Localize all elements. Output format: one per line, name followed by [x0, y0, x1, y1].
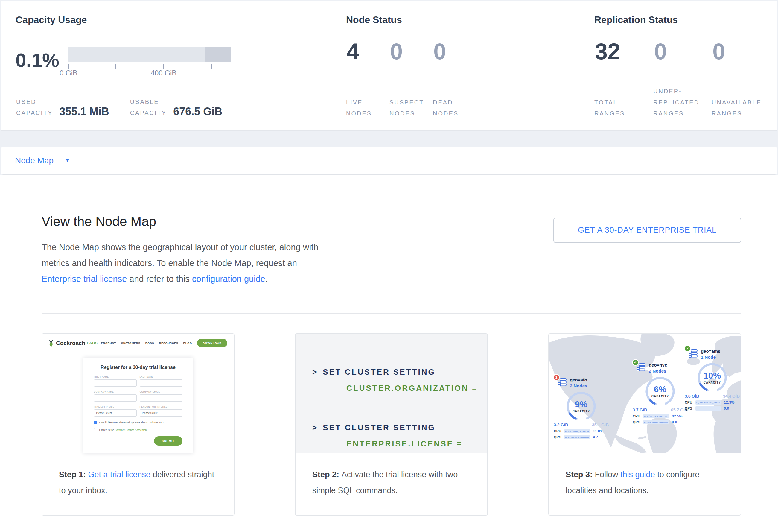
intro-paragraph: The Node Map shows the geographical layo… [42, 239, 326, 287]
step2-card: >SET CLUSTER SETTING CLUSTER.ORGANIZATIO… [295, 333, 488, 516]
trial-license-form: Register for a 30-day trial license FIRS… [83, 358, 193, 453]
gauge-text: 6% CAPACITY [644, 376, 676, 407]
gauge-text: 10% CAPACITY [697, 362, 728, 393]
intro-text-1: The Node Map shows the geographical layo… [42, 242, 318, 268]
used-capacity: 3.2 GiB [554, 423, 568, 427]
locality-name: geo=nyc [649, 362, 667, 368]
text-input [140, 394, 182, 401]
capacity-percent: 9% [575, 400, 588, 409]
node-map-dropdown[interactable]: Node Map ▼ [1, 147, 777, 175]
locality-name: geo=ams [701, 348, 720, 354]
cpu-value: 12.3% [724, 400, 734, 404]
capacity-usage-chart: 0.1% 0 GiB 400 GiB [15, 47, 231, 77]
cpu-value: 42.5% [672, 414, 682, 418]
page-title: View the Node Map [42, 214, 156, 229]
capacity-gauge: 9% CAPACITY [566, 391, 597, 422]
this-guide-link[interactable]: this guide [620, 470, 655, 479]
map-cluster-nyc: ✓ geo=nyc [632, 362, 692, 424]
cluster-overview-page: Capacity Usage 0.1% [0, 0, 778, 532]
total-ranges-value: 32 [595, 40, 620, 63]
tick-label-0gib: 0 GiB [60, 69, 77, 77]
field-label: FIRST NAME [94, 376, 137, 378]
sql-statement: SET CLUSTER SETTING [323, 423, 435, 432]
locality-name: geo=sfo [570, 377, 587, 383]
nav-customers: CUSTOMERS [121, 341, 140, 345]
cpu-row: CPU 11.0% [553, 429, 613, 433]
sql-prompt: > [312, 367, 318, 376]
form-fields-grid: FIRST NAME LAST NAME COMPANY NAME [94, 376, 182, 416]
cockroach-labs-logo: Cockroach LABS [48, 339, 98, 347]
unavailable-ranges-value: 0 [712, 40, 725, 63]
field-label: LAST NAME [140, 376, 182, 378]
step3-text-pre: Follow [595, 470, 621, 479]
dead-nodes-value: 0 [434, 40, 446, 63]
nav-blog: BLOG [183, 341, 192, 345]
checkbox2-label: I agree to the Software License Agreemen… [99, 429, 148, 432]
cockroach-labs-site-thumbnail: Cockroach LABS PRODUCT CUSTOMERS DOCS RE… [42, 334, 234, 460]
gauge-text: 9% CAPACITY [566, 391, 597, 422]
capacity-values: 3.7 GiB 65.7 GiB [632, 407, 688, 412]
step3-label: Step 3: [566, 470, 595, 479]
cluster-summary-panel: Capacity Usage 0.1% [1, 1, 777, 131]
cluster-head: ✓ geo=nyc [632, 362, 692, 374]
configuration-guide-link[interactable]: configuration guide [192, 274, 265, 284]
capacity-bar-tick-labels: 0 GiB 400 GiB [68, 68, 231, 77]
total-ranges-label: TOTAL RANGES [594, 97, 625, 119]
capacity-bar: 0 GiB 400 GiB [68, 47, 231, 77]
qps-row: QPS 0.0 [684, 406, 741, 410]
tick-mark [115, 64, 116, 69]
sql-prompt: > [312, 423, 318, 432]
form-title: Register for a 30-day trial license [94, 365, 182, 370]
field-label: COMPANY NAME [94, 390, 137, 393]
cpu-row: CPU 42.5% [632, 414, 692, 418]
field-label: COMPANY EMAIL [140, 390, 182, 393]
cluster-labels: geo=nyc 2 Nodes [649, 362, 667, 374]
section-divider [42, 313, 741, 314]
used-capacity-value: 355.1 MiB [60, 105, 109, 118]
field-last-name: LAST NAME [140, 376, 182, 387]
unavailable-ranges-label: UNAVAILABLE RANGES [712, 97, 762, 119]
step3-card: 1 geo=sfo [548, 333, 741, 516]
capacity-gauge: 6% CAPACITY [644, 376, 676, 407]
brand-suffix: LABS [87, 341, 98, 345]
total-capacity: 34.4 GiB [723, 394, 740, 398]
step1-caption: Step 1: Get a trial license delivered st… [42, 453, 234, 499]
step1-card-image: Cockroach LABS PRODUCT CUSTOMERS DOCS RE… [42, 334, 234, 453]
field-company-email: COMPANY EMAIL [140, 390, 182, 401]
node-map-dropdown-label[interactable]: Node Map [15, 156, 54, 165]
capacity-label: CAPACITY [651, 395, 669, 398]
field-label: REASON FOR INTEREST [140, 405, 182, 408]
under-replicated-ranges-value: 0 [654, 40, 667, 63]
download-pill-button: DOWNLOAD [197, 339, 227, 348]
top-summary-region: Capacity Usage 0.1% [0, 0, 778, 175]
chevron-down-icon[interactable]: ▼ [65, 158, 70, 164]
total-capacity: 35.1 GiB [592, 423, 609, 427]
used-capacity: 3.7 GiB [633, 407, 647, 412]
tick-mark [163, 64, 164, 69]
cluster-labels: geo=ams 1 Node [701, 348, 720, 360]
enterprise-trial-license-link[interactable]: Enterprise trial license [42, 274, 127, 284]
qps-sparkline [695, 406, 721, 410]
node-count: 2 Nodes [570, 383, 587, 389]
capacity-bar-track [68, 47, 231, 62]
tick-mark [211, 64, 212, 69]
qps-label: QPS [554, 435, 564, 439]
step2-card-image: >SET CLUSTER SETTING CLUSTER.ORGANIZATIO… [296, 334, 487, 453]
qps-value: 0.0 [672, 420, 677, 424]
cluster-head: 1 geo=sfo [553, 377, 613, 389]
get-enterprise-trial-button[interactable]: GET A 30-DAY ENTERPRISE TRIAL [553, 218, 741, 243]
qps-value: 0.0 [724, 406, 729, 410]
live-nodes-value: 4 [347, 40, 359, 63]
get-trial-license-link[interactable]: Get a trial license [88, 470, 151, 479]
capacity-bar-ticks [68, 62, 231, 68]
field-project-phase: PROJECT PHASE Please Select [94, 405, 137, 416]
qps-label: QPS [685, 406, 695, 410]
capacity-values: 3.6 GiB 34.4 GiB [684, 394, 740, 398]
checkbox-checked-icon: ✓ [94, 421, 97, 424]
node-count: 1 Node [701, 354, 720, 360]
qps-value: 4.7 [593, 435, 598, 439]
submit-pill-button: SUBMIT [154, 436, 182, 446]
capacity-values-row: USED CAPACITY 355.1 MiB USABLE CAPACITY … [16, 96, 222, 119]
step1-card: Cockroach LABS PRODUCT CUSTOMERS DOCS RE… [42, 333, 235, 516]
used-capacity-label: USED CAPACITY [16, 96, 53, 119]
